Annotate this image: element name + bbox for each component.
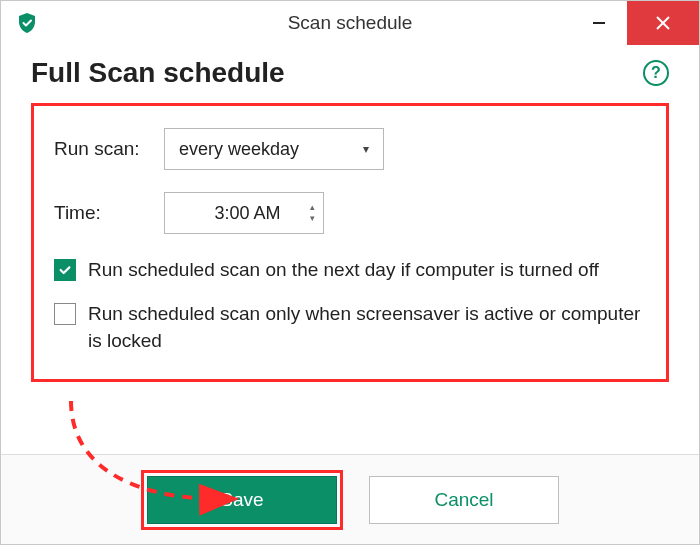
time-spinner: ▴ ▾: [310, 203, 315, 223]
checkbox-screensaver-label: Run scheduled scan only when screensaver…: [88, 300, 646, 355]
app-shield-icon: [13, 9, 41, 37]
schedule-form-highlight: Run scan: every weekday ▾ Time: 3:00 AM …: [31, 103, 669, 382]
run-scan-label: Run scan:: [54, 138, 164, 160]
close-button[interactable]: [627, 1, 699, 45]
time-down-icon[interactable]: ▾: [310, 214, 315, 223]
dialog-footer: Save Cancel: [1, 454, 699, 544]
time-value: 3:00 AM: [185, 203, 310, 224]
time-up-icon[interactable]: ▴: [310, 203, 315, 212]
checkbox-screensaver[interactable]: [54, 303, 76, 325]
time-stepper[interactable]: 3:00 AM ▴ ▾: [164, 192, 324, 234]
scan-schedule-window: Scan schedule Full Scan schedule ? Run s…: [0, 0, 700, 545]
run-scan-value: every weekday: [179, 139, 299, 160]
checkbox-next-day-label: Run scheduled scan on the next day if co…: [88, 256, 599, 284]
time-label: Time:: [54, 202, 164, 224]
minimize-button[interactable]: [571, 1, 627, 45]
window-controls: [571, 1, 699, 45]
chevron-down-icon: ▾: [363, 142, 369, 156]
page-title: Full Scan schedule: [31, 57, 285, 89]
titlebar: Scan schedule: [1, 1, 699, 45]
help-icon[interactable]: ?: [643, 60, 669, 86]
checkbox-next-day[interactable]: [54, 259, 76, 281]
cancel-button[interactable]: Cancel: [369, 476, 559, 524]
content-area: Full Scan schedule ? Run scan: every wee…: [1, 45, 699, 454]
save-button-highlight: Save: [141, 470, 343, 530]
save-button[interactable]: Save: [147, 476, 337, 524]
run-scan-dropdown[interactable]: every weekday ▾: [164, 128, 384, 170]
